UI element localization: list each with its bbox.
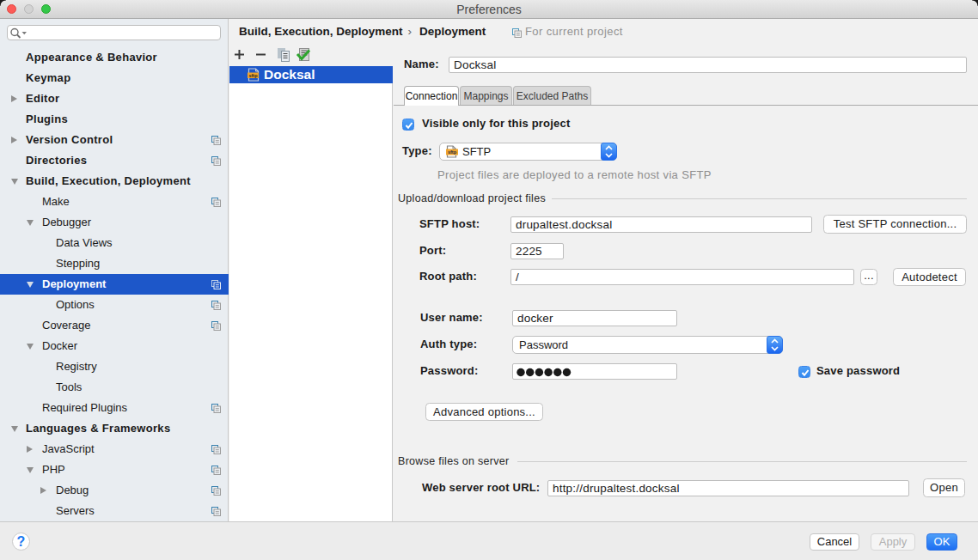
svg-text:sftp: sftp: [448, 149, 457, 155]
svg-text:sftp: sftp: [248, 73, 258, 78]
